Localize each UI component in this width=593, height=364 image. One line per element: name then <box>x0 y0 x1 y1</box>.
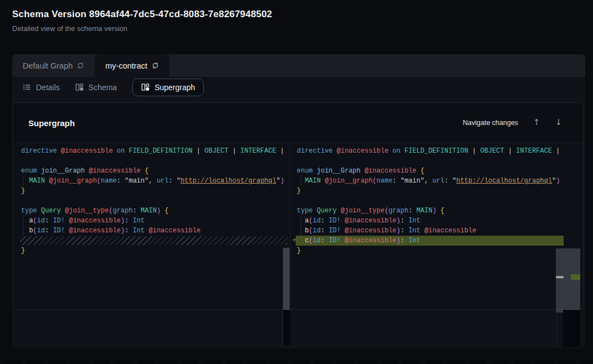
code-line: + c(id: ID! @inaccessible): Int <box>291 236 583 246</box>
subtab-label: Schema <box>89 83 117 92</box>
code-text: directive @inaccessible on FIELD_DEFINIT… <box>21 147 284 155</box>
bottom-dash <box>381 360 398 364</box>
diff-pane-modified[interactable]: directive @inaccessible on FIELD_DEFINIT… <box>291 143 583 309</box>
bottom-dash <box>204 360 221 364</box>
added-line-plus-icon: + <box>292 236 296 246</box>
code-text: } <box>21 187 25 195</box>
bottom-dash <box>115 360 132 364</box>
code-text: type Query @join__type(graph: MAIN) { <box>297 207 445 215</box>
page-title: Schema Version 8964af44-7dc5-47cd-8083-7… <box>12 9 272 20</box>
bottom-dash <box>93 360 110 364</box>
code-line: enum join__Graph @inaccessible { <box>13 166 289 176</box>
navigate-changes-controls: Navigate changes ↑ ↓ <box>463 118 562 127</box>
code-text: enum join__Graph @inaccessible { <box>21 167 148 175</box>
diff-editor: directive @inaccessible on FIELD_DEFINIT… <box>13 143 583 309</box>
left-pane-overflow-column <box>283 310 290 345</box>
bottom-dash <box>425 360 442 364</box>
subtab-label: Details <box>36 83 60 92</box>
code-line: } <box>291 186 583 196</box>
bottom-dash <box>314 360 332 364</box>
code-line: MAIN @join__graph(name: "main", url: "ht… <box>291 176 583 186</box>
overview-ruler-added-marker <box>571 274 580 280</box>
bottom-dash <box>4 360 22 364</box>
diff-pane-original[interactable]: directive @inaccessible on FIELD_DEFINIT… <box>13 143 289 309</box>
bottom-dash <box>49 360 66 364</box>
code-line: type Query @join__type(graph: MAIN) { <box>13 206 289 216</box>
bottom-dash <box>536 360 553 364</box>
diff-hatch-pattern <box>20 236 287 245</box>
view-subtabs: Details Schema <box>12 77 585 97</box>
code-line: MAIN @join__graph(name: "main", url: "ht… <box>13 176 289 186</box>
variant-tabbar: Default Graph my-contract <box>12 54 585 77</box>
code-line: type Query @join__type(graph: MAIN) { <box>291 206 583 216</box>
bottom-dash <box>182 360 199 364</box>
code-line: directive @inaccessible on FIELD_DEFINIT… <box>13 146 289 156</box>
code-line: enum join__Graph @inaccessible { <box>291 166 583 176</box>
bottom-dash <box>270 360 287 364</box>
code-line: a(id: ID! @inaccessible): Int <box>291 216 583 226</box>
left-pane-scrollbar[interactable] <box>283 248 290 313</box>
code-text: c(id: ID! @inaccessible): Int <box>297 237 420 245</box>
tab-default-graph[interactable]: Default Graph <box>12 54 95 77</box>
right-pane-edge-line <box>556 310 557 347</box>
bottom-dash <box>403 360 420 364</box>
bottom-dash <box>137 360 154 364</box>
code-line: b(id: ID! @inaccessible): Int @inaccessi… <box>13 226 289 236</box>
schema-panels-icon <box>75 83 84 91</box>
code-text: a(id: ID! @inaccessible): Int <box>297 217 420 225</box>
subtab-details[interactable]: Details <box>23 83 60 92</box>
code-text: b(id: ID! @inaccessible): Int @inaccessi… <box>297 227 476 235</box>
navigate-next-change-button[interactable]: ↓ <box>555 118 562 127</box>
bottom-dash <box>359 360 376 364</box>
blank-line <box>13 196 289 206</box>
code-line: } <box>13 186 289 196</box>
code-text: } <box>297 187 301 195</box>
code-text: } <box>297 247 301 254</box>
variant-sync-icon <box>152 62 159 69</box>
bottom-dash-strip <box>4 360 593 364</box>
code-line: a(id: ID! @inaccessible): Int <box>13 216 289 226</box>
bottom-dash <box>248 360 265 364</box>
bottom-dash <box>470 360 487 364</box>
blank-line <box>13 156 289 166</box>
tab-label: Default Graph <box>23 61 73 70</box>
code-text: type Query @join__type(graph: MAIN) { <box>21 207 169 215</box>
panel-title: Supergraph <box>28 118 75 128</box>
bottom-dash <box>492 360 509 364</box>
bottom-dash <box>226 360 243 364</box>
tab-my-contract[interactable]: my-contract <box>95 54 169 77</box>
code-line: } <box>291 246 583 256</box>
code-text: } <box>21 247 25 254</box>
page-subtitle: Detailed view of the schema version <box>12 24 127 33</box>
navigate-previous-change-button[interactable]: ↑ <box>533 118 540 127</box>
bottom-dash <box>292 360 310 364</box>
right-pane-scrollbar-minimap[interactable] <box>556 248 580 313</box>
schema-panels-icon <box>141 83 149 91</box>
bottom-dash <box>27 360 44 364</box>
navigate-changes-label: Navigate changes <box>463 119 518 127</box>
code-text: enum join__Graph @inaccessible { <box>297 167 424 175</box>
subtab-schema[interactable]: Schema <box>75 83 117 92</box>
bottom-dash <box>514 360 531 364</box>
overview-ruler-position-marker <box>556 276 564 278</box>
diff-placeholder-line <box>13 236 289 246</box>
code-text: a(id: ID! @inaccessible): Int <box>21 217 145 225</box>
code-line: } <box>13 246 289 256</box>
right-pane-overflow-column <box>563 310 580 347</box>
code-line: b(id: ID! @inaccessible): Int @inaccessi… <box>291 226 583 236</box>
blank-line <box>291 156 583 166</box>
code-line: directive @inaccessible on FIELD_DEFINIT… <box>291 146 583 156</box>
schema-version-page: Schema Version 8964af44-7dc5-47cd-8083-7… <box>0 0 593 364</box>
subtab-label: Supergraph <box>154 83 195 92</box>
code-text: MAIN @join__graph(name: "main", url: "ht… <box>21 177 284 185</box>
supergraph-panel: Supergraph Navigate changes ↑ ↓ directiv… <box>12 102 584 310</box>
bottom-dash <box>159 360 177 364</box>
bottom-dash <box>71 360 88 364</box>
bottom-dash <box>447 360 465 364</box>
variant-sync-icon <box>77 62 84 69</box>
blank-line <box>291 196 583 206</box>
bottom-dash <box>580 360 593 364</box>
tab-label: my-contract <box>105 61 147 70</box>
list-icon <box>23 83 31 91</box>
subtab-supergraph[interactable]: Supergraph <box>132 79 204 96</box>
